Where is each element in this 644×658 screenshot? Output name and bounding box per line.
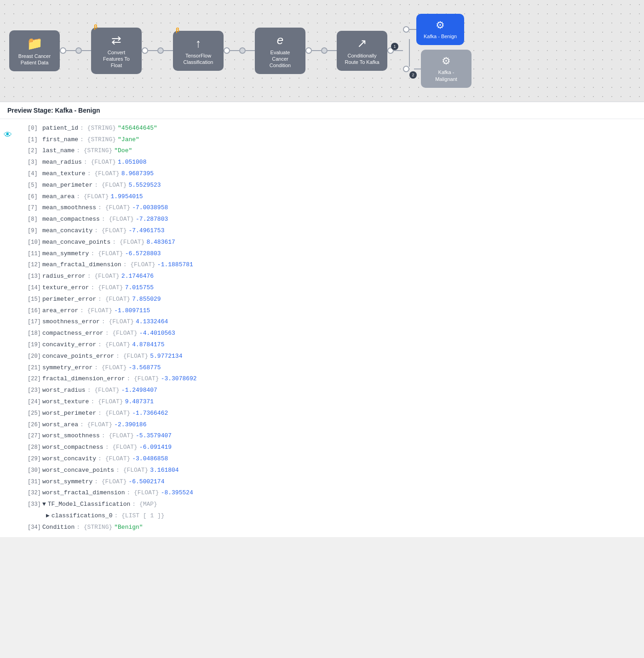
- field-name: mean_perimeter: [42, 181, 92, 190]
- row-index: [21]: [28, 364, 42, 372]
- field-name: patient_id: [42, 124, 78, 133]
- field-type: : {FLOAT}: [94, 477, 126, 487]
- field-value: -6.5728803: [125, 249, 161, 259]
- node-kafka-malignant-label: Kafka - Malignant: [428, 69, 464, 82]
- node-kafka-malignant[interactable]: ⚙ Kafka - Malignant: [421, 50, 472, 88]
- data-row: [4] mean_texture : {FLOAT} 8.9687395: [0, 168, 644, 180]
- field-type: : {FLOAT}: [98, 409, 130, 418]
- field-name: mean_concavity: [42, 226, 92, 236]
- field-value: 3.161804: [150, 466, 178, 475]
- field-name: mean_concave_points: [42, 238, 110, 247]
- row-index: [20]: [28, 352, 42, 361]
- data-row: [25] worst_perimeter : {FLOAT} -1.736646…: [0, 408, 644, 419]
- field-type: : {FLOAT}: [87, 169, 120, 179]
- row-index: [28]: [28, 443, 42, 452]
- pipeline-canvas: 📁 Breast Cancer Patient Data β ⇄ Convert…: [0, 0, 644, 102]
- eye-icon[interactable]: 👁: [4, 130, 12, 140]
- row-index: [16]: [28, 307, 42, 315]
- expand-arrow[interactable]: ▼: [42, 500, 46, 509]
- data-row: [19] concavity_error : {FLOAT} 4.8784175: [0, 339, 644, 351]
- row-index: [9]: [28, 227, 42, 235]
- line-8: [328, 50, 337, 51]
- branch-benign-row: ⚙ Kafka - Benign: [403, 14, 472, 45]
- field-type: : {STRING}: [76, 523, 112, 532]
- data-row: [17] smoothness_error : {FLOAT} 4.133246…: [0, 316, 644, 328]
- node-kafka-benign-label: Kafka - Benign: [424, 33, 457, 40]
- expand-arrow-child[interactable]: ▶: [46, 511, 50, 521]
- row-index: [18]: [28, 329, 42, 338]
- child-field-type: : {LIST [ 1 ]}: [114, 511, 164, 521]
- field-value: -1.1885781: [157, 260, 193, 270]
- data-row: [3] mean_radius : {FLOAT} 1.051008: [0, 157, 644, 168]
- field-name: mean_fractal_dimension: [42, 260, 121, 270]
- field-type: : {FLOAT}: [80, 420, 112, 430]
- field-type: : {FLOAT}: [98, 340, 130, 350]
- field-type: : {FLOAT}: [98, 295, 130, 304]
- branch-dot-benign: [403, 26, 409, 33]
- data-row: [10] mean_concave_points : {FLOAT} 8.483…: [0, 237, 644, 248]
- data-row: [30] worst_concave_points : {FLOAT} 3.16…: [0, 465, 644, 476]
- row-index: [15]: [28, 295, 42, 304]
- data-row: [20] concave_points_error : {FLOAT} 5.97…: [0, 351, 644, 362]
- field-name: worst_radius: [42, 386, 86, 395]
- node-convert-label: Convert Features To Float: [98, 49, 134, 69]
- row-index: [13]: [28, 272, 42, 281]
- data-row: [1] first_name : {STRING} "Jane": [0, 134, 644, 146]
- row-index: [25]: [28, 409, 42, 418]
- node-convert-features[interactable]: β ⇄ Convert Features To Float: [91, 28, 142, 74]
- connector-dot-4: [157, 47, 164, 54]
- field-name: worst_perimeter: [42, 409, 96, 418]
- preview-section: Preview Stage: Kafka - Benign 👁 [0] pati…: [0, 102, 644, 537]
- line-6: [246, 50, 255, 51]
- data-row: [34] Condition : {STRING} "Benign": [0, 522, 644, 533]
- field-value: 4.1332464: [136, 317, 168, 327]
- field-type: : {FLOAT}: [94, 363, 126, 373]
- data-row: [23] worst_radius : {FLOAT} -1.2498407: [0, 385, 644, 396]
- data-row: [0] patient_id : {STRING} "456464645": [0, 123, 644, 134]
- field-type: : {FLOAT}: [76, 192, 109, 202]
- data-row: [13] radius_error : {FLOAT} 2.1746476: [0, 271, 644, 282]
- field-name: texture_error: [42, 283, 89, 293]
- field-type: : {FLOAT}: [126, 374, 159, 384]
- field-value: 4.8784175: [132, 340, 164, 350]
- data-rows-container: [0] patient_id : {STRING} "456464645" [1…: [0, 123, 644, 533]
- field-type: : {FLOAT}: [105, 443, 138, 452]
- row-index: [0]: [28, 124, 42, 133]
- badge-2: 2: [409, 71, 417, 79]
- field-name: mean_symmetry: [42, 249, 89, 259]
- data-row: [7] mean_smoothness : {FLOAT} -7.0038958: [0, 202, 644, 214]
- line-4: [164, 50, 173, 51]
- row-index: [30]: [28, 466, 42, 475]
- field-value: "456464645": [118, 124, 157, 133]
- field-value: -4.4010563: [139, 329, 175, 338]
- field-type: : {FLOAT}: [102, 215, 134, 224]
- connector-dot-2: [75, 47, 82, 54]
- field-type: : {FLOAT}: [102, 431, 134, 441]
- field-name: worst_smoothness: [42, 431, 100, 441]
- node-evaluate[interactable]: e Evaluate Cancer Condition: [255, 28, 305, 74]
- connector-dot-1: [60, 47, 66, 54]
- connector-1: [60, 47, 91, 54]
- row-index: [24]: [28, 398, 42, 406]
- field-type: : {FLOAT}: [126, 488, 159, 498]
- field-value: 8.483617: [146, 238, 175, 247]
- field-type: : {FLOAT}: [91, 283, 123, 293]
- node-breast-cancer[interactable]: 📁 Breast Cancer Patient Data: [9, 30, 60, 72]
- row-index: [19]: [28, 341, 42, 349]
- node-kafka-benign[interactable]: ⚙ Kafka - Benign: [416, 14, 464, 45]
- field-value: 5.9772134: [150, 352, 182, 361]
- row-index: [22]: [28, 375, 42, 383]
- field-type: : {FLOAT}: [94, 181, 126, 190]
- node-tensorflow[interactable]: β ↑ TensorFlow Classification: [173, 31, 224, 71]
- row-index: [26]: [28, 421, 42, 429]
- line-1: [66, 50, 75, 51]
- data-row: [8] mean_compactness : {FLOAT} -7.287803: [0, 214, 644, 225]
- data-row: [29] worst_concavity : {FLOAT} -3.048685…: [0, 453, 644, 465]
- field-value: "Benign": [114, 523, 143, 532]
- field-type: : {FLOAT}: [112, 238, 144, 247]
- node-conditional-route[interactable]: ↗ Conditionally Route To Kafka: [337, 31, 387, 71]
- field-name: worst_compactness: [42, 443, 104, 452]
- node-evaluate-label: Evaluate Cancer Condition: [262, 49, 298, 69]
- field-value: 7.855029: [132, 295, 161, 304]
- line-2: [82, 50, 91, 51]
